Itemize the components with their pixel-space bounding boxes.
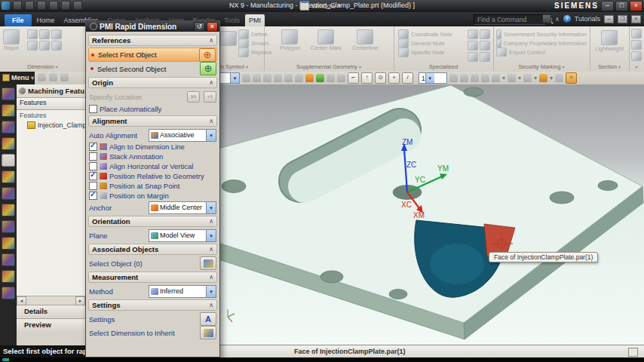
specific-note-button[interactable]: Specific Note [398, 48, 452, 57]
shaded-icon[interactable] [295, 74, 303, 82]
preview-drawer[interactable]: Preview [17, 318, 85, 332]
graphics-viewport[interactable]: ZM ZC YC YM XC XM Face of InjectionClamp… [219, 84, 644, 345]
constraint-navigator-icon[interactable] [2, 104, 15, 117]
menu-button[interactable]: Menu ▾ [0, 72, 35, 84]
line-snap-icon[interactable] [327, 74, 335, 82]
chevron-down-icon[interactable]: ▾ [425, 73, 434, 83]
horizontal-scrollbar[interactable]: ◂ ▸ [17, 296, 85, 305]
web-browser-icon[interactable] [2, 170, 15, 183]
place-automatically-row[interactable]: Place Automatically [88, 103, 217, 114]
scroll-right-icon[interactable]: ▸ [75, 296, 85, 305]
history-icon[interactable] [2, 187, 15, 200]
snap-point-icon[interactable] [305, 74, 314, 82]
status-sheet-icon[interactable] [628, 348, 638, 357]
minimize-button[interactable]: – [601, 1, 614, 11]
section-references[interactable]: References∧ [88, 35, 217, 46]
point-dialog-button[interactable]: 9A [187, 91, 200, 103]
select-first-object-button[interactable]: ⊕ [199, 48, 216, 62]
section-settings[interactable]: Settings∧ [88, 299, 217, 311]
coordinate-note-button[interactable]: Coordinate Note [398, 29, 452, 38]
toolbar-icon[interactable] [49, 73, 57, 81]
snap-enable-icon[interactable] [316, 74, 324, 82]
collapse-icon[interactable]: ∧ [209, 302, 213, 308]
stack-annotation-row[interactable]: Stack Annotation [88, 152, 217, 161]
dialog-close-icon[interactable]: × [207, 22, 218, 32]
align-dimension-line-row[interactable]: Align to Dimension Line [88, 142, 217, 152]
pmi-display-icon[interactable] [539, 74, 547, 82]
process-studio-icon[interactable] [2, 204, 15, 216]
chevron-down-icon[interactable]: ▾ [206, 230, 216, 241]
position-on-margin-row[interactable]: Position on Margin [88, 191, 217, 201]
tree-root[interactable]: Features [20, 112, 85, 119]
specialized-tool-icon[interactable] [480, 29, 490, 39]
rectangle-select-icon[interactable] [263, 74, 271, 82]
dimension-tool-icon[interactable] [27, 29, 38, 39]
center-snap-button[interactable]: ⊙ [375, 72, 386, 84]
notes-icon[interactable] [2, 287, 15, 299]
reset-icon[interactable]: ↺ [194, 22, 205, 32]
align-horizontal-vertical-checkbox[interactable] [89, 162, 97, 170]
scroll-left-icon[interactable]: ◂ [17, 296, 26, 305]
toolbar-icon[interactable] [38, 73, 46, 81]
toolbar-icon[interactable] [60, 73, 69, 81]
export-control-button[interactable]: Export Control [496, 48, 587, 57]
method-combo[interactable]: Inferred ▾ [149, 285, 216, 298]
specialized-tool-icon[interactable] [480, 52, 490, 62]
plane-combo[interactable]: Model View ▾ [149, 229, 216, 242]
chevron-down-icon[interactable]: ▾ [206, 202, 216, 213]
dimension-tool-icon[interactable] [39, 41, 50, 51]
position-relative-geometry-checkbox[interactable] [89, 172, 97, 180]
settings-button[interactable]: A [200, 312, 216, 326]
reuse-library-icon[interactable] [2, 137, 15, 150]
position-relative-geometry-row[interactable]: Position Relative to Geometry [88, 171, 217, 181]
auto-alignment-combo[interactable]: Associative ▾ [149, 129, 216, 142]
selection-scope-combo[interactable]: ▾ [217, 72, 240, 84]
specialized-tool-icon[interactable] [480, 41, 490, 51]
tree-node-injection-clamp[interactable]: Injection_Clamp [27, 121, 85, 129]
machining-feature-navigator-icon[interactable] [2, 154, 15, 167]
anchor-combo[interactable]: Middle Center ▾ [149, 201, 216, 214]
doc-close-button[interactable]: × [631, 15, 641, 23]
dimension-tool-icon[interactable] [27, 41, 38, 51]
specialized-tool-icon[interactable] [468, 52, 478, 62]
select-object-button[interactable] [200, 256, 216, 270]
tab-tools[interactable]: Tools [220, 14, 244, 26]
fit-view-icon[interactable] [460, 74, 468, 82]
extra-tool-icon[interactable] [631, 29, 642, 38]
center-mark-button[interactable]: Center Mark [311, 29, 342, 51]
company-proprietary-button[interactable]: Company Proprietary Information [496, 38, 587, 48]
chevron-down-icon[interactable]: ▾ [206, 130, 216, 141]
rapid-dimension-button[interactable]: Rapid [3, 29, 20, 51]
tutorials-link[interactable]: Tutorials [575, 15, 600, 23]
line-snap2-icon[interactable] [337, 74, 345, 82]
tab-home[interactable]: Home [33, 14, 59, 26]
snap-settings-icon[interactable] [242, 74, 250, 82]
scale-combo[interactable]: 1▾ [419, 72, 447, 84]
system-scenes-icon[interactable] [2, 253, 15, 266]
collapse-icon[interactable]: ∧ [209, 37, 213, 44]
general-note-button[interactable]: General Note [398, 38, 452, 48]
brush-icon[interactable] [481, 74, 489, 82]
inherit-dimension-button[interactable] [200, 326, 216, 339]
position-on-margin-checkbox[interactable] [89, 192, 97, 200]
grid-icon[interactable] [492, 74, 500, 82]
place-automatically-checkbox[interactable] [89, 105, 97, 113]
curve-snap-button[interactable]: / [402, 72, 413, 84]
extra-tool-icon[interactable] [631, 40, 642, 50]
window-layout-icon[interactable] [542, 14, 551, 23]
section-measurement[interactable]: Measurement∧ [88, 272, 217, 283]
details-drawer[interactable]: Details [17, 305, 85, 318]
lasso-icon[interactable] [274, 74, 282, 82]
doc-minimize-button[interactable]: – [604, 15, 614, 23]
dimension-tool-icon[interactable] [51, 29, 62, 39]
intersection-snap-button[interactable]: + [388, 72, 400, 84]
settings-row[interactable]: Settings A [88, 312, 217, 326]
tab-pmi[interactable]: PMI [245, 14, 265, 26]
pan-icon[interactable] [508, 74, 516, 82]
navigator-column-header[interactable]: Features [17, 98, 85, 110]
section-orientation[interactable]: Orientation∧ [88, 216, 217, 227]
close-button[interactable]: × [630, 1, 642, 11]
chevron-down-icon[interactable]: ▾ [206, 286, 216, 297]
clip-section-icon[interactable] [555, 74, 563, 82]
minimize-ribbon-icon[interactable]: ∧ [555, 16, 560, 23]
